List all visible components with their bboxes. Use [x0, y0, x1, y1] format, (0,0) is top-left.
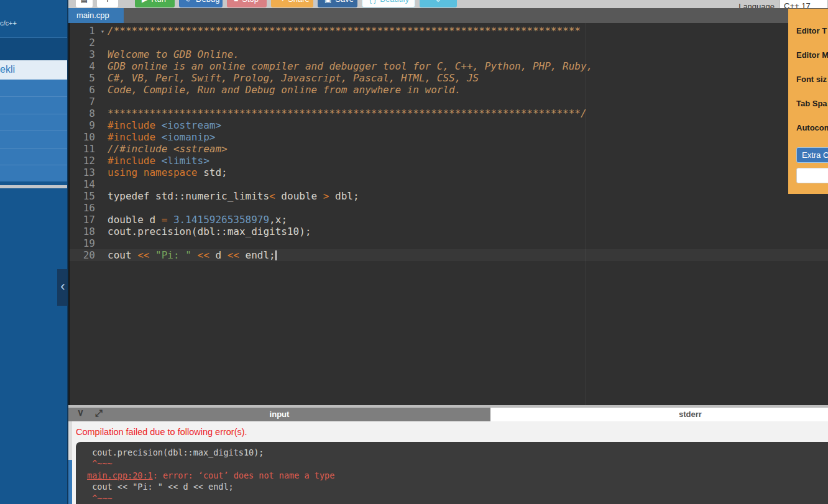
- beautify-button[interactable]: { } Beautify: [362, 0, 415, 7]
- line-number[interactable]: 3: [70, 48, 104, 60]
- project-list-item[interactable]: [0, 114, 68, 131]
- project-list-item[interactable]: [0, 165, 68, 181]
- line-number[interactable]: 10: [70, 131, 104, 143]
- console-scrollbar[interactable]: [68, 421, 72, 504]
- line-number[interactable]: 12: [70, 155, 104, 167]
- fork-button[interactable]: Y: [97, 0, 118, 7]
- stop-button-label: Stop: [242, 0, 259, 4]
- debug-icon: ⟳: [186, 0, 192, 4]
- run-button[interactable]: ▶ Run: [135, 0, 175, 7]
- project-list-item[interactable]: [0, 80, 68, 96]
- code-line: Code, Compile, Run and Debug online from…: [108, 84, 592, 96]
- console-scrollbar-thumb[interactable]: [68, 460, 72, 504]
- download-button[interactable]: ⇩: [420, 0, 457, 7]
- debug-button[interactable]: ⟳ Debug: [179, 0, 223, 7]
- settings-label: Font siz: [796, 75, 828, 84]
- line-number[interactable]: 9: [70, 119, 104, 131]
- console-menu-button[interactable]: ▤: [76, 0, 93, 7]
- sidebar-scrollbar[interactable]: [0, 185, 68, 188]
- extra-flags-input[interactable]: [796, 168, 828, 183]
- project-list: [0, 80, 68, 181]
- console-line: cout.precision(dbl::max_digits10);: [87, 447, 828, 459]
- chevron-left-icon: ‹: [60, 278, 65, 294]
- line-number[interactable]: 18: [70, 226, 104, 237]
- settings-label: Autocom: [796, 123, 828, 132]
- stop-icon: ■: [234, 0, 238, 4]
- code-line: double d = 3.14159265358979,x;: [108, 214, 592, 226]
- play-icon: ▶: [142, 0, 147, 4]
- expand-panel-icon[interactable]: ⤢: [95, 408, 103, 419]
- line-number[interactable]: 7: [70, 96, 104, 108]
- line-number[interactable]: 4: [70, 60, 104, 72]
- code-line: typedef std::numeric_limits< double > db…: [108, 190, 592, 202]
- code-editor[interactable]: 1▾234567891011121314151617181920 /******…: [68, 23, 828, 405]
- project-sidebar: c/c++ ekli ‹: [0, 0, 68, 504]
- line-number[interactable]: 20: [70, 249, 104, 261]
- line-number[interactable]: 14: [70, 178, 104, 190]
- save-button[interactable]: ▣ Save: [318, 0, 357, 7]
- editor-gutter[interactable]: 1▾234567891011121314151617181920: [70, 25, 104, 261]
- project-list-item[interactable]: [0, 96, 68, 113]
- tab-main-cpp[interactable]: main.cpp: [68, 8, 124, 23]
- settings-label: Editor T: [796, 26, 828, 35]
- sidebar-item-label: ekli: [0, 64, 15, 75]
- code-line: ****************************************…: [108, 108, 592, 119]
- editor-code[interactable]: /***************************************…: [108, 25, 592, 261]
- settings-label: Tab Spa: [796, 99, 828, 108]
- console-line: cout << "Pi: " << d << endl;: [87, 482, 828, 493]
- save-button-label: Save: [335, 0, 354, 4]
- project-list-item[interactable]: [0, 131, 68, 147]
- console-area: Compilation failed due to following erro…: [68, 421, 828, 504]
- save-icon: ▣: [324, 0, 331, 4]
- console-line: main.cpp:20:1: error: ‘cout’ does not na…: [87, 470, 828, 482]
- settings-labels: Editor TEditor MFont sizTab SpaAutocom: [796, 26, 828, 132]
- line-number[interactable]: 5: [70, 72, 104, 84]
- code-line: GDB online is an online compiler and deb…: [108, 60, 592, 72]
- tab-stderr[interactable]: stderr: [490, 408, 828, 421]
- braces-icon: { }: [369, 0, 376, 4]
- sidebar-item-selected[interactable]: ekli: [0, 60, 68, 80]
- extra-compiler-flags-button[interactable]: Extra C: [796, 147, 828, 163]
- line-number[interactable]: 17: [70, 214, 104, 226]
- line-number[interactable]: 19: [70, 237, 104, 249]
- settings-panel: Editor TEditor MFont sizTab SpaAutocom E…: [788, 9, 828, 194]
- print-margin: [586, 23, 586, 405]
- stop-button[interactable]: ■ Stop: [227, 0, 267, 7]
- share-button-label: Share: [288, 0, 310, 4]
- fork-icon: Y: [105, 0, 110, 4]
- console-line: ^~~~: [87, 459, 828, 470]
- tab-input[interactable]: input: [68, 408, 490, 421]
- code-line: [108, 237, 592, 249]
- sidebar-caption: c/c++: [0, 19, 17, 27]
- line-number[interactable]: 16: [70, 202, 104, 214]
- line-number[interactable]: 15: [70, 190, 104, 202]
- line-number[interactable]: 8: [70, 108, 104, 119]
- code-line: cout << "Pi: " << d << endl;: [108, 249, 592, 261]
- line-number[interactable]: 13: [70, 167, 104, 178]
- language-select[interactable]: C++ 17: [780, 0, 828, 8]
- debug-button-label: Debug: [196, 0, 219, 4]
- project-list-item[interactable]: [0, 148, 68, 165]
- sidebar-collapse-button[interactable]: ‹: [57, 269, 68, 306]
- collapse-panel-icon[interactable]: ∨: [77, 407, 84, 418]
- code-line: //#include <sstream>: [108, 143, 592, 155]
- line-number[interactable]: 1▾: [70, 25, 104, 37]
- line-number[interactable]: 11: [70, 143, 104, 155]
- toolbar: ▤ Y ▶ Run ⟳ Debug ■ Stop ↪ Share ▣: [68, 0, 828, 8]
- stderr-console[interactable]: cout.precision(dbl::max_digits10); ^~~~m…: [76, 442, 828, 504]
- line-number[interactable]: 2: [70, 37, 104, 48]
- share-button[interactable]: ↪ Share: [271, 0, 313, 7]
- io-tab-bar: input stderr ∨ ⤢: [68, 408, 828, 421]
- beautify-button-label: Beautify: [380, 0, 409, 4]
- line-number[interactable]: 6: [70, 84, 104, 96]
- code-line: C#, VB, Perl, Swift, Prolog, Javascript,…: [108, 72, 592, 84]
- code-line: [108, 178, 592, 190]
- code-line: /***************************************…: [108, 25, 592, 37]
- fold-icon[interactable]: ▾: [101, 25, 104, 37]
- code-line: #include <limits>: [108, 155, 592, 167]
- code-line: Welcome to GDB Online.: [108, 48, 592, 60]
- compilation-error-banner: Compilation failed due to following erro…: [76, 427, 247, 437]
- code-line: [108, 96, 592, 108]
- share-icon: ↪: [278, 0, 284, 4]
- sidebar-section-header[interactable]: [0, 38, 68, 60]
